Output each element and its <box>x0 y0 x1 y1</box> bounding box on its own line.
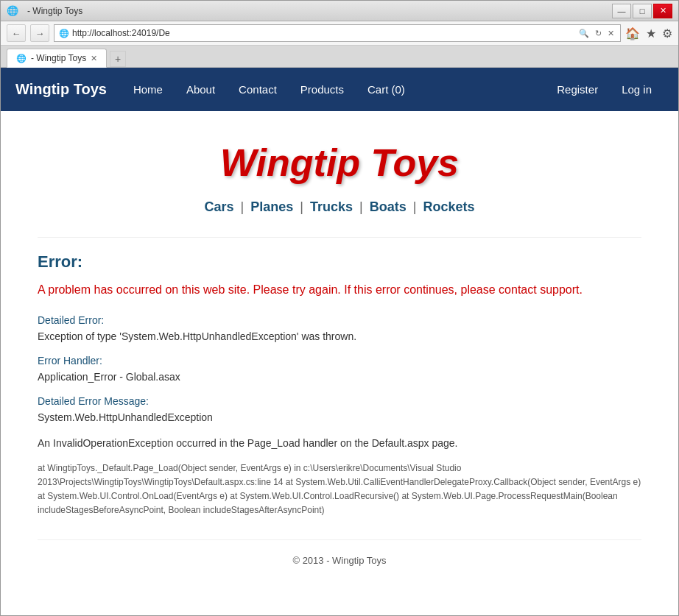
error-main-message: A problem has occurred on this web site.… <box>38 280 641 300</box>
forward-button[interactable]: → <box>30 24 49 42</box>
tab-close-button[interactable]: ✕ <box>91 54 97 63</box>
error-message-value-2: An InvalidOperationException occurred in… <box>38 436 641 451</box>
close-button[interactable]: ✕ <box>653 4 672 18</box>
detailed-error-label: Detailed Error: <box>38 314 641 326</box>
error-section: Error: A problem has occurred on this we… <box>38 245 641 525</box>
nav-brand[interactable]: Wingtip Toys <box>15 68 122 111</box>
address-favicon: 🌐 <box>59 29 69 38</box>
page-content: Wingtip Toys Home About Contact Products… <box>1 68 678 615</box>
nav-item-contact[interactable]: Contact <box>227 70 289 109</box>
maximize-button[interactable]: □ <box>633 4 652 18</box>
category-links: Cars | Planes | Trucks | Boats | Rockets <box>38 192 641 230</box>
site-nav: Wingtip Toys Home About Contact Products… <box>1 68 678 111</box>
cat-link-cars[interactable]: Cars <box>205 199 234 214</box>
cat-sep-1: | <box>241 199 248 214</box>
new-tab-button[interactable]: + <box>110 51 126 67</box>
address-close-icon: ✕ <box>606 29 616 38</box>
title-bar-icon: 🌐 <box>7 5 18 16</box>
cat-sep-2: | <box>300 199 307 214</box>
cat-link-trucks[interactable]: Trucks <box>310 199 353 214</box>
cat-link-planes[interactable]: Planes <box>250 199 293 214</box>
nav-item-products[interactable]: Products <box>289 70 356 109</box>
browser-right-icons: 🏠 ★ ⚙ <box>625 26 672 40</box>
handler-value: Application_Error - Global.asax <box>38 369 641 385</box>
main-area: Wingtip Toys Cars | Planes | Trucks | Bo… <box>8 111 671 595</box>
title-bar-left: 🌐 - Wingtip Toys <box>7 5 82 16</box>
site-title-section: Wingtip Toys <box>38 126 641 192</box>
tab-favicon: 🌐 <box>16 54 27 63</box>
nav-item-about[interactable]: About <box>175 70 227 109</box>
browser-window: 🌐 - Wingtip Toys — □ ✕ ← → 🌐 http://loca… <box>0 0 679 616</box>
nav-item-login[interactable]: Log in <box>610 70 664 109</box>
nav-item-cart[interactable]: Cart (0) <box>356 70 417 109</box>
error-message-label: Detailed Error Message: <box>38 395 641 407</box>
divider-1 <box>38 237 641 238</box>
address-bar[interactable]: 🌐 http://localhost:24019/De 🔍 ↻ ✕ <box>54 24 621 42</box>
title-bar-title: - Wingtip Toys <box>27 6 82 16</box>
nav-item-home[interactable]: Home <box>122 70 175 109</box>
home-icon[interactable]: 🏠 <box>625 26 640 40</box>
cat-sep-3: | <box>359 199 367 214</box>
handler-label: Error Handler: <box>38 355 641 367</box>
nav-right: Register Log in <box>545 70 664 109</box>
site-footer: © 2013 - Wingtip Toys <box>38 539 641 581</box>
settings-icon[interactable]: ⚙ <box>662 26 672 40</box>
stack-trace: at WingtipToys._Default.Page_Load(Object… <box>38 461 641 518</box>
nav-left: Wingtip Toys Home About Contact Products… <box>15 68 417 111</box>
error-heading: Error: <box>38 252 641 272</box>
browser-tab-active[interactable]: 🌐 - Wingtip Toys ✕ <box>7 49 107 68</box>
back-button[interactable]: ← <box>7 24 26 42</box>
address-search-icon[interactable]: 🔍 <box>577 29 591 38</box>
error-message-value-1: System.Web.HttpUnhandledException <box>38 410 641 425</box>
cat-sep-4: | <box>413 199 421 214</box>
title-bar: 🌐 - Wingtip Toys — □ ✕ <box>1 1 678 21</box>
minimize-button[interactable]: — <box>612 4 631 18</box>
address-url: http://localhost:24019/De <box>72 28 574 38</box>
browser-toolbar: ← → 🌐 http://localhost:24019/De 🔍 ↻ ✕ 🏠 … <box>1 21 678 46</box>
footer-text: © 2013 - Wingtip Toys <box>292 555 386 566</box>
nav-item-register[interactable]: Register <box>545 70 610 109</box>
cat-link-boats[interactable]: Boats <box>370 199 407 214</box>
detailed-error-value: Exception of type 'System.Web.HttpUnhand… <box>38 329 641 344</box>
tab-label: - Wingtip Toys <box>31 53 86 63</box>
cat-link-rockets[interactable]: Rockets <box>423 199 474 214</box>
tab-bar: 🌐 - Wingtip Toys ✕ + <box>1 46 678 68</box>
address-refresh-icon[interactable]: ↻ <box>594 29 603 38</box>
title-bar-controls: — □ ✕ <box>612 4 672 18</box>
favorites-icon[interactable]: ★ <box>646 26 656 40</box>
site-title-text: Wingtip Toys <box>220 141 459 184</box>
